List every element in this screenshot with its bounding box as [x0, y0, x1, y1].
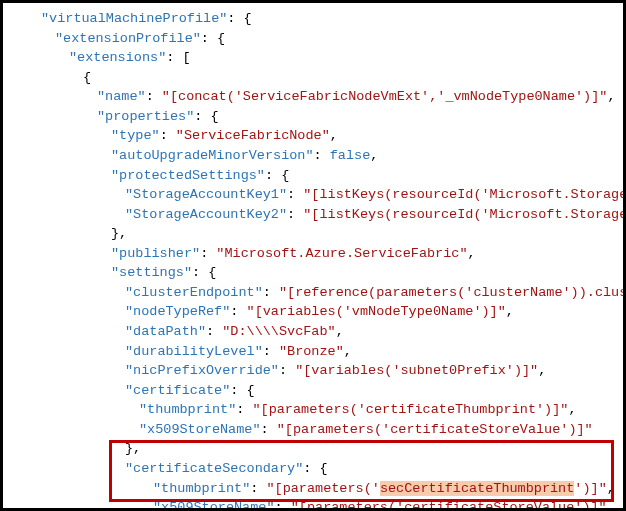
code-line: "properties": {: [9, 107, 623, 127]
code-line: "certificateSecondary": {: [9, 459, 623, 479]
code-line: "publisher": "Microsoft.Azure.ServiceFab…: [9, 244, 623, 264]
code-line: "StorageAccountKey1": "[listKeys(resourc…: [9, 185, 623, 205]
code-line: "autoUpgradeMinorVersion": false,: [9, 146, 623, 166]
code-line: "clusterEndpoint": "[reference(parameter…: [9, 283, 623, 303]
code-line: "nodeTypeRef": "[variables('vmNodeType0N…: [9, 302, 623, 322]
code-line: "thumbprint": "[parameters('certificateT…: [9, 400, 623, 420]
code-line: "nicPrefixOverride": "[variables('subnet…: [9, 361, 623, 381]
code-line: "virtualMachineProfile": {: [9, 9, 623, 29]
code-line: "type": "ServiceFabricNode",: [9, 126, 623, 146]
code-block: "virtualMachineProfile": { "extensionPro…: [3, 3, 623, 508]
code-line: },: [9, 439, 623, 459]
code-line: "settings": {: [9, 263, 623, 283]
code-line: "name": "[concat('ServiceFabricNodeVmExt…: [9, 87, 623, 107]
code-line: "thumbprint": "[parameters('secCertifica…: [9, 479, 623, 499]
code-line: "dataPath": "D:\\\\SvcFab",: [9, 322, 623, 342]
highlighted-text: secCertificateThumbprint: [380, 481, 574, 496]
code-line: "StorageAccountKey2": "[listKeys(resourc…: [9, 205, 623, 225]
code-line: "extensions": [: [9, 48, 623, 68]
code-line: "x509StoreName": "[parameters('certifica…: [9, 498, 623, 508]
code-line: },: [9, 224, 623, 244]
code-line: "certificate": {: [9, 381, 623, 401]
code-line: "protectedSettings": {: [9, 166, 623, 186]
code-line: {: [9, 68, 623, 88]
code-line: "durabilityLevel": "Bronze",: [9, 342, 623, 362]
code-line: "extensionProfile": {: [9, 29, 623, 49]
code-screenshot: "virtualMachineProfile": { "extensionPro…: [0, 0, 626, 511]
code-line: "x509StoreName": "[parameters('certifica…: [9, 420, 623, 440]
